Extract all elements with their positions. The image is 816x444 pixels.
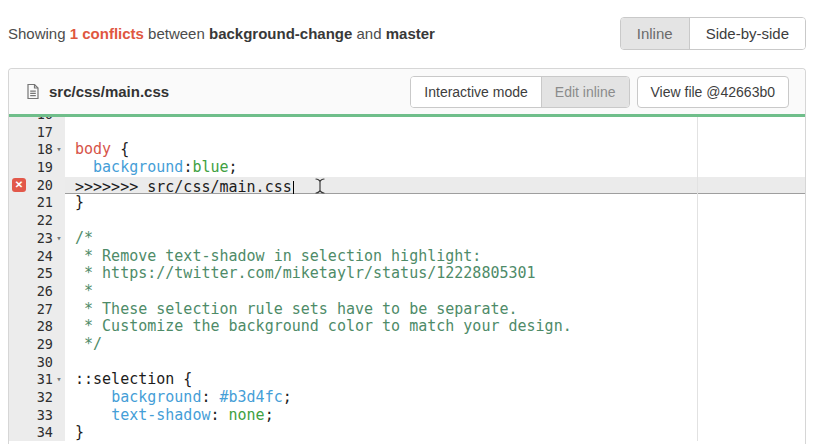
code-content[interactable]: * bbox=[65, 283, 805, 301]
code-content[interactable]: * Remove text-shadow in selection highli… bbox=[65, 248, 805, 266]
line-number: 29 bbox=[37, 336, 53, 354]
line-number: 16 bbox=[37, 117, 53, 124]
line-number: 22 bbox=[37, 212, 53, 230]
line-number: 18 bbox=[37, 141, 53, 159]
code-content[interactable] bbox=[65, 117, 805, 124]
code-token: background bbox=[93, 158, 183, 176]
code-line[interactable]: 32 background: #b3d4fc; bbox=[9, 389, 805, 407]
gutter-cell: 33 bbox=[9, 407, 65, 425]
code-token: #b3d4fc bbox=[220, 388, 283, 406]
source-branch-name: background-change bbox=[209, 25, 352, 42]
gutter-cell: 26 bbox=[9, 283, 65, 301]
code-token: ; bbox=[283, 388, 292, 406]
code-token: : bbox=[201, 388, 219, 406]
conflict-error-icon: ✕ bbox=[12, 178, 26, 192]
code-content[interactable]: >>>>>>> src/css/main.css bbox=[65, 177, 805, 195]
code-content[interactable] bbox=[65, 354, 805, 372]
code-line[interactable]: 33 text-shadow: none; bbox=[9, 407, 805, 425]
code-content[interactable] bbox=[65, 124, 805, 142]
code-token: body bbox=[75, 140, 111, 158]
code-token bbox=[75, 388, 111, 406]
code-content[interactable]: text-shadow: none; bbox=[65, 407, 805, 425]
code-content[interactable]: } bbox=[65, 424, 805, 441]
code-content[interactable]: } bbox=[65, 194, 805, 212]
code-line[interactable]: 31▾::selection { bbox=[9, 371, 805, 389]
file-conflict-panel: src/css/main.css Interactive mode Edit i… bbox=[8, 68, 806, 444]
code-token: ; bbox=[229, 158, 238, 176]
code-editor[interactable]: 161718▾body {19 background:blue;✕20>>>>>… bbox=[9, 117, 805, 441]
gutter-cell: 27 bbox=[9, 301, 65, 319]
edit-mode-toggle: Interactive mode Edit inline bbox=[410, 76, 629, 108]
side-by-side-toggle-button[interactable]: Side-by-side bbox=[689, 18, 805, 49]
gutter-cell: 18▾ bbox=[9, 141, 65, 159]
line-number: 25 bbox=[37, 265, 53, 283]
line-number: 32 bbox=[37, 389, 53, 407]
code-content[interactable]: * These selection rule sets have to be s… bbox=[65, 301, 805, 319]
code-line[interactable]: ✕20>>>>>>> src/css/main.css bbox=[9, 177, 805, 195]
edit-inline-button[interactable]: Edit inline bbox=[541, 77, 629, 107]
gutter-cell: 30 bbox=[9, 354, 65, 372]
code-content[interactable]: * Customize the background color to matc… bbox=[65, 318, 805, 336]
code-token: * https://twitter.com/miketaylr/status/1… bbox=[75, 264, 536, 282]
code-line[interactable]: 29 */ bbox=[9, 336, 805, 354]
code-token: } bbox=[75, 423, 84, 441]
file-icon bbox=[25, 83, 41, 100]
code-content[interactable]: ::selection { bbox=[65, 371, 805, 389]
inline-toggle-button[interactable]: Inline bbox=[621, 18, 689, 49]
code-content[interactable]: background: #b3d4fc; bbox=[65, 389, 805, 407]
gutter-cell: 23▾ bbox=[9, 230, 65, 248]
code-line[interactable]: 26 * bbox=[9, 283, 805, 301]
gutter-cell: 29 bbox=[9, 336, 65, 354]
code-token bbox=[75, 158, 93, 176]
view-file-button[interactable]: View file @42663b0 bbox=[637, 76, 789, 108]
summary-between: between bbox=[148, 25, 205, 42]
conflict-count: 1 conflicts bbox=[70, 25, 144, 42]
fold-arrow-icon[interactable]: ▾ bbox=[53, 371, 65, 389]
gutter-cell: 16 bbox=[9, 117, 65, 124]
line-number: 23 bbox=[37, 230, 53, 248]
code-line[interactable]: 21} bbox=[9, 194, 805, 212]
file-panel-actions: Interactive mode Edit inline View file @… bbox=[410, 76, 789, 108]
code-token: * These selection rule sets have to be s… bbox=[75, 300, 518, 318]
line-number: 28 bbox=[37, 318, 53, 336]
code-content[interactable] bbox=[65, 212, 805, 230]
code-line[interactable]: 27 * These selection rule sets have to b… bbox=[9, 301, 805, 319]
code-content[interactable]: * https://twitter.com/miketaylr/status/1… bbox=[65, 265, 805, 283]
code-line[interactable]: 16 bbox=[9, 117, 805, 124]
code-line[interactable]: 30 bbox=[9, 354, 805, 372]
code-line[interactable]: 34} bbox=[9, 424, 805, 441]
code-content[interactable]: /* bbox=[65, 230, 805, 248]
fold-arrow-icon[interactable]: ▾ bbox=[53, 141, 65, 159]
gutter-cell: 21 bbox=[9, 194, 65, 212]
code-token: none bbox=[229, 406, 265, 424]
code-token: : bbox=[210, 406, 228, 424]
code-content[interactable]: background:blue; bbox=[65, 159, 805, 177]
fold-arrow-icon[interactable]: ▾ bbox=[53, 230, 65, 248]
code-token: ::selection { bbox=[75, 370, 192, 388]
interactive-mode-button[interactable]: Interactive mode bbox=[411, 77, 541, 107]
code-line[interactable]: 28 * Customize the background color to m… bbox=[9, 318, 805, 336]
gutter-cell: 25 bbox=[9, 265, 65, 283]
code-content[interactable]: */ bbox=[65, 336, 805, 354]
editor-right-divider bbox=[697, 117, 698, 441]
code-token: * Remove text-shadow in selection highli… bbox=[75, 247, 481, 265]
code-content[interactable]: body { bbox=[65, 141, 805, 159]
conflict-summary-text: Showing 1 conflicts between background-c… bbox=[8, 25, 435, 42]
line-number: 20 bbox=[37, 177, 53, 195]
code-line[interactable]: 24 * Remove text-shadow in selection hig… bbox=[9, 248, 805, 266]
line-number: 34 bbox=[37, 424, 53, 441]
code-line[interactable]: 25 * https://twitter.com/miketaylr/statu… bbox=[9, 265, 805, 283]
line-number: 26 bbox=[37, 283, 53, 301]
code-token bbox=[75, 406, 111, 424]
gutter-cell: 28 bbox=[9, 318, 65, 336]
gutter-cell: 34 bbox=[9, 424, 65, 441]
code-line[interactable]: 23▾/* bbox=[9, 230, 805, 248]
code-token: * Customize the background color to matc… bbox=[75, 317, 572, 335]
line-number: 27 bbox=[37, 301, 53, 319]
code-line[interactable]: 19 background:blue; bbox=[9, 159, 805, 177]
file-path: src/css/main.css bbox=[49, 83, 169, 100]
code-line[interactable]: 22 bbox=[9, 212, 805, 230]
conflict-summary-bar: Showing 1 conflicts between background-c… bbox=[0, 0, 816, 68]
code-line[interactable]: 18▾body { bbox=[9, 141, 805, 159]
code-line[interactable]: 17 bbox=[9, 124, 805, 142]
